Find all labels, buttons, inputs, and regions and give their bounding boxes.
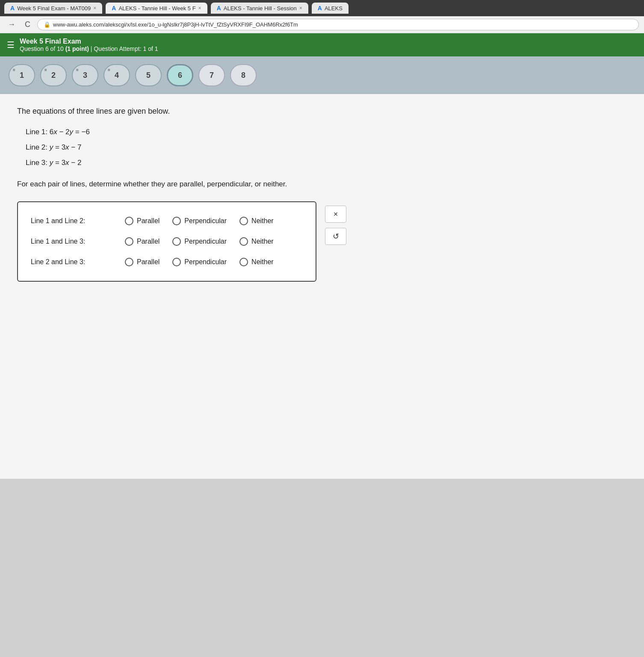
question-navigation: ≡ 1 ≡ 2 ≡ 3 ≡ 4 5 6 7 8 (0, 56, 644, 94)
question-number: Question 6 of 10 (20, 45, 64, 52)
q2-prefix: ≡ (44, 68, 47, 72)
pair3-label: Line 2 and Line 3: (31, 258, 116, 266)
action-buttons: × ↺ (325, 201, 346, 245)
pair2-radio-group: Parallel Perpendicular Neither (125, 237, 274, 246)
tab-aleks-session[interactable]: A ALEKS - Tannie Hill - Session × (211, 3, 308, 14)
pair1-label: Line 1 and Line 2: (31, 217, 116, 225)
question-points: (1 point) (65, 45, 89, 52)
tab-icon-3: A (217, 5, 221, 12)
pair1-perpendicular-label: Perpendicular (184, 217, 227, 225)
pair1-parallel-label: Parallel (137, 217, 160, 225)
tab-close-3[interactable]: × (299, 5, 302, 11)
q6-label: 6 (178, 71, 182, 80)
line3-label: Line 3: (26, 159, 50, 167)
q3-label: 3 (83, 71, 87, 80)
question-btn-7[interactable]: 7 (198, 64, 225, 86)
pair1-parallel-option[interactable]: Parallel (125, 217, 160, 225)
exam-header: ☰ Week 5 Final Exam Question 6 of 10 (1 … (0, 33, 644, 56)
pair3-neither-option[interactable]: Neither (239, 258, 274, 266)
pair2-perpendicular-option[interactable]: Perpendicular (172, 237, 227, 246)
main-content: The equations of three lines are given b… (0, 94, 644, 479)
pair1-parallel-radio[interactable] (125, 217, 133, 225)
answer-box: Line 1 and Line 2: Parallel Perpendicula… (17, 201, 316, 282)
pair3-neither-radio[interactable] (239, 258, 248, 266)
answer-box-wrapper: Line 1 and Line 2: Parallel Perpendicula… (17, 201, 627, 282)
pair3-parallel-label: Parallel (137, 258, 160, 266)
pair2-neither-radio[interactable] (239, 237, 248, 246)
tab-aleks-4[interactable]: A ALEKS (312, 3, 349, 14)
question-btn-4[interactable]: ≡ 4 (103, 64, 130, 86)
pair-row-2: Line 1 and Line 3: Parallel Perpendicula… (31, 231, 303, 252)
pair3-radio-group: Parallel Perpendicular Neither (125, 258, 274, 266)
address-text: www-awu.aleks.com/alekscgi/x/lsl.exe/1o_… (53, 21, 298, 28)
pair1-perpendicular-option[interactable]: Perpendicular (172, 217, 227, 225)
question-btn-5[interactable]: 5 (135, 64, 162, 86)
q4-prefix: ≡ (108, 68, 110, 72)
question-btn-3[interactable]: ≡ 3 (72, 64, 98, 86)
tab-close-2[interactable]: × (198, 5, 201, 11)
question-btn-8[interactable]: 8 (230, 64, 257, 86)
line3-eq: y = 3x − 2 (50, 159, 82, 167)
line1-label: Line 1: (26, 128, 50, 136)
pair3-perpendicular-radio[interactable] (172, 258, 181, 266)
close-button[interactable]: × (325, 206, 346, 223)
tab-icon-1: A (10, 5, 15, 12)
reset-button[interactable]: ↺ (325, 228, 346, 245)
pair1-perpendicular-radio[interactable] (172, 217, 181, 225)
pair1-neither-option[interactable]: Neither (239, 217, 274, 225)
question-text: For each pair of lines, determine whethe… (17, 180, 627, 189)
question-btn-1[interactable]: ≡ 1 (9, 64, 35, 86)
pair2-parallel-label: Parallel (137, 238, 160, 245)
q1-label: 1 (20, 71, 24, 80)
pair2-perpendicular-label: Perpendicular (184, 238, 227, 245)
pair3-neither-label: Neither (251, 258, 274, 266)
q1-prefix: ≡ (13, 68, 15, 72)
pair2-parallel-radio[interactable] (125, 237, 133, 246)
pair1-radio-group: Parallel Perpendicular Neither (125, 217, 274, 225)
question-btn-6[interactable]: 6 (167, 64, 193, 86)
q5-label: 5 (146, 71, 151, 80)
pair3-perpendicular-label: Perpendicular (184, 258, 227, 266)
menu-icon[interactable]: ☰ (7, 40, 15, 50)
line-2-equation: Line 2: y = 3x − 7 (26, 143, 627, 152)
tab-label-4: ALEKS (325, 5, 343, 12)
pair-row-3: Line 2 and Line 3: Parallel Perpendicula… (31, 252, 303, 272)
intro-text: The equations of three lines are given b… (17, 107, 627, 116)
pair2-perpendicular-radio[interactable] (172, 237, 181, 246)
header-text: Week 5 Final Exam Question 6 of 10 (1 po… (20, 38, 158, 52)
tab-aleks-week5[interactable]: A ALEKS - Tannie Hill - Week 5 F × (106, 3, 207, 14)
pair3-parallel-option[interactable]: Parallel (125, 258, 160, 266)
pair1-neither-label: Neither (251, 217, 274, 225)
line2-label: Line 2: (26, 143, 50, 151)
tab-icon-4: A (318, 5, 322, 12)
address-bar[interactable]: 🔒 www-awu.aleks.com/alekscgi/x/lsl.exe/1… (37, 19, 639, 30)
tab-icon-2: A (112, 5, 116, 12)
pair2-neither-option[interactable]: Neither (239, 237, 274, 246)
browser-tabs-bar: A Week 5 Final Exam - MAT009 × A ALEKS -… (0, 0, 644, 16)
tab-label-2: ALEKS - Tannie Hill - Week 5 F (118, 5, 195, 12)
lock-icon: 🔒 (44, 21, 50, 28)
q3-prefix: ≡ (76, 68, 79, 72)
back-button[interactable]: → (5, 19, 18, 30)
tab-label-1: Week 5 Final Exam - MAT009 (17, 5, 91, 12)
exam-title: Week 5 Final Exam (20, 38, 158, 45)
pair3-parallel-radio[interactable] (125, 258, 133, 266)
pair1-neither-radio[interactable] (239, 217, 248, 225)
q4-label: 4 (115, 71, 119, 80)
exam-subtitle: Question 6 of 10 (1 point) | Question At… (20, 45, 158, 52)
question-btn-2[interactable]: ≡ 2 (40, 64, 67, 86)
line1-eq: 6x − 2y = −6 (50, 128, 90, 136)
tab-week5-final[interactable]: A Week 5 Final Exam - MAT009 × (4, 3, 102, 14)
line-1-equation: Line 1: 6x − 2y = −6 (26, 128, 627, 136)
q8-label: 8 (241, 71, 245, 80)
address-bar-row: → C 🔒 www-awu.aleks.com/alekscgi/x/lsl.e… (0, 16, 644, 33)
attempt-info: Question Attempt: 1 of 1 (94, 45, 158, 52)
pair2-parallel-option[interactable]: Parallel (125, 237, 160, 246)
line-3-equation: Line 3: y = 3x − 2 (26, 159, 627, 167)
reload-button[interactable]: C (22, 19, 33, 30)
pair2-neither-label: Neither (251, 238, 274, 245)
pair3-perpendicular-option[interactable]: Perpendicular (172, 258, 227, 266)
q2-label: 2 (51, 71, 56, 80)
tab-close-1[interactable]: × (93, 5, 96, 11)
pair2-label: Line 1 and Line 3: (31, 238, 116, 245)
